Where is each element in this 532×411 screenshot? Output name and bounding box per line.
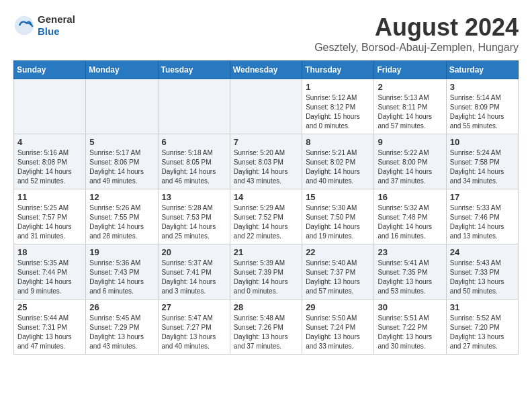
calendar-cell: 15Sunrise: 5:30 AMSunset: 7:50 PMDayligh… [302,189,374,244]
title-section: August 2024 Gesztely, Borsod-Abauj-Zempl… [314,13,519,54]
calendar-cell [230,79,302,134]
calendar-cell: 1Sunrise: 5:12 AMSunset: 8:12 PMDaylight… [302,79,374,134]
day-info: Sunrise: 5:26 AMSunset: 7:55 PMDaylight:… [89,203,154,241]
day-number: 12 [89,192,154,202]
day-number: 5 [89,137,154,147]
calendar-cell: 5Sunrise: 5:17 AMSunset: 8:06 PMDaylight… [86,134,158,189]
day-info: Sunrise: 5:45 AMSunset: 7:29 PMDaylight:… [89,314,154,351]
weekday-header-thursday: Thursday [302,61,374,79]
calendar-cell [86,79,158,134]
day-info: Sunrise: 5:50 AMSunset: 7:24 PMDaylight:… [306,314,370,351]
calendar-cell: 10Sunrise: 5:24 AMSunset: 7:58 PMDayligh… [446,134,518,189]
calendar-week-row: 11Sunrise: 5:25 AMSunset: 7:57 PMDayligh… [14,189,519,244]
day-info: Sunrise: 5:22 AMSunset: 8:00 PMDaylight:… [378,148,442,186]
day-number: 10 [450,137,515,147]
day-number: 31 [450,302,515,312]
calendar-body: 1Sunrise: 5:12 AMSunset: 8:12 PMDaylight… [14,79,519,355]
day-info: Sunrise: 5:36 AMSunset: 7:43 PMDaylight:… [89,259,154,296]
day-number: 9 [378,137,442,147]
day-number: 4 [17,137,82,147]
weekday-header-wednesday: Wednesday [230,61,302,79]
day-info: Sunrise: 5:21 AMSunset: 8:02 PMDaylight:… [306,148,370,186]
calendar-cell: 3Sunrise: 5:14 AMSunset: 8:09 PMDaylight… [446,79,518,134]
day-number: 15 [306,192,370,202]
day-info: Sunrise: 5:29 AMSunset: 7:52 PMDaylight:… [234,203,298,241]
day-info: Sunrise: 5:37 AMSunset: 7:41 PMDaylight:… [162,259,226,296]
day-number: 28 [234,302,298,312]
day-info: Sunrise: 5:39 AMSunset: 7:39 PMDaylight:… [234,259,298,296]
logo: General Blue [13,13,75,38]
day-number: 20 [162,247,226,257]
day-info: Sunrise: 5:51 AMSunset: 7:22 PMDaylight:… [378,314,442,351]
day-info: Sunrise: 5:24 AMSunset: 7:58 PMDaylight:… [450,148,515,186]
calendar-cell [14,79,86,134]
calendar-table: SundayMondayTuesdayWednesdayThursdayFrid… [13,60,519,355]
calendar-cell: 17Sunrise: 5:33 AMSunset: 7:46 PMDayligh… [446,189,518,244]
day-number: 14 [234,192,298,202]
calendar-cell: 30Sunrise: 5:51 AMSunset: 7:22 PMDayligh… [374,300,446,355]
logo-blue: Blue [38,26,75,38]
weekday-row: SundayMondayTuesdayWednesdayThursdayFrid… [14,61,519,79]
calendar-cell: 19Sunrise: 5:36 AMSunset: 7:43 PMDayligh… [86,244,158,300]
day-info: Sunrise: 5:35 AMSunset: 7:44 PMDaylight:… [17,259,82,296]
calendar-cell: 14Sunrise: 5:29 AMSunset: 7:52 PMDayligh… [230,189,302,244]
day-number: 29 [306,302,370,312]
day-number: 21 [234,247,298,257]
calendar-cell: 28Sunrise: 5:48 AMSunset: 7:26 PMDayligh… [230,300,302,355]
calendar-cell: 21Sunrise: 5:39 AMSunset: 7:39 PMDayligh… [230,244,302,300]
calendar-cell: 13Sunrise: 5:28 AMSunset: 7:53 PMDayligh… [158,189,230,244]
calendar-cell: 16Sunrise: 5:32 AMSunset: 7:48 PMDayligh… [374,189,446,244]
day-number: 25 [17,302,82,312]
calendar-cell: 7Sunrise: 5:20 AMSunset: 8:03 PMDaylight… [230,134,302,189]
weekday-header-sunday: Sunday [14,61,86,79]
day-number: 18 [17,247,82,257]
day-info: Sunrise: 5:48 AMSunset: 7:26 PMDaylight:… [234,314,298,351]
logo-icon [13,15,35,36]
day-number: 6 [162,137,226,147]
day-info: Sunrise: 5:44 AMSunset: 7:31 PMDaylight:… [17,314,82,351]
calendar-cell: 27Sunrise: 5:47 AMSunset: 7:27 PMDayligh… [158,300,230,355]
calendar-cell: 24Sunrise: 5:43 AMSunset: 7:33 PMDayligh… [446,244,518,300]
day-info: Sunrise: 5:47 AMSunset: 7:27 PMDaylight:… [162,314,226,351]
day-info: Sunrise: 5:13 AMSunset: 8:11 PMDaylight:… [378,93,442,131]
calendar-cell: 26Sunrise: 5:45 AMSunset: 7:29 PMDayligh… [86,300,158,355]
calendar-week-row: 18Sunrise: 5:35 AMSunset: 7:44 PMDayligh… [14,244,519,300]
day-info: Sunrise: 5:12 AMSunset: 8:12 PMDaylight:… [306,93,370,131]
weekday-header-saturday: Saturday [446,61,518,79]
page-header: General Blue August 2024 Gesztely, Borso… [13,13,519,54]
weekday-header-friday: Friday [374,61,446,79]
day-info: Sunrise: 5:25 AMSunset: 7:57 PMDaylight:… [17,203,82,241]
calendar-cell: 22Sunrise: 5:40 AMSunset: 7:37 PMDayligh… [302,244,374,300]
calendar-cell: 20Sunrise: 5:37 AMSunset: 7:41 PMDayligh… [158,244,230,300]
calendar-cell: 31Sunrise: 5:52 AMSunset: 7:20 PMDayligh… [446,300,518,355]
day-number: 8 [306,137,370,147]
calendar-cell: 2Sunrise: 5:13 AMSunset: 8:11 PMDaylight… [374,79,446,134]
logo-general: General [38,13,75,26]
month-year-title: August 2024 [314,13,519,42]
calendar-cell: 6Sunrise: 5:18 AMSunset: 8:05 PMDaylight… [158,134,230,189]
weekday-header-tuesday: Tuesday [158,61,230,79]
day-info: Sunrise: 5:28 AMSunset: 7:53 PMDaylight:… [162,203,226,241]
day-info: Sunrise: 5:20 AMSunset: 8:03 PMDaylight:… [234,148,298,186]
day-info: Sunrise: 5:17 AMSunset: 8:06 PMDaylight:… [89,148,154,186]
day-info: Sunrise: 5:16 AMSunset: 8:08 PMDaylight:… [17,148,82,186]
day-number: 7 [234,137,298,147]
day-number: 24 [450,247,515,257]
calendar-cell: 11Sunrise: 5:25 AMSunset: 7:57 PMDayligh… [14,189,86,244]
calendar-cell [158,79,230,134]
day-number: 17 [450,192,515,202]
day-info: Sunrise: 5:18 AMSunset: 8:05 PMDaylight:… [162,148,226,186]
day-number: 13 [162,192,226,202]
day-info: Sunrise: 5:32 AMSunset: 7:48 PMDaylight:… [378,203,442,241]
calendar-cell: 29Sunrise: 5:50 AMSunset: 7:24 PMDayligh… [302,300,374,355]
day-info: Sunrise: 5:30 AMSunset: 7:50 PMDaylight:… [306,203,370,241]
day-info: Sunrise: 5:41 AMSunset: 7:35 PMDaylight:… [378,259,442,296]
calendar-week-row: 1Sunrise: 5:12 AMSunset: 8:12 PMDaylight… [14,79,519,134]
day-number: 11 [17,192,82,202]
day-number: 22 [306,247,370,257]
calendar-cell: 23Sunrise: 5:41 AMSunset: 7:35 PMDayligh… [374,244,446,300]
day-number: 19 [89,247,154,257]
day-number: 30 [378,302,442,312]
day-number: 26 [89,302,154,312]
calendar-cell: 9Sunrise: 5:22 AMSunset: 8:00 PMDaylight… [374,134,446,189]
